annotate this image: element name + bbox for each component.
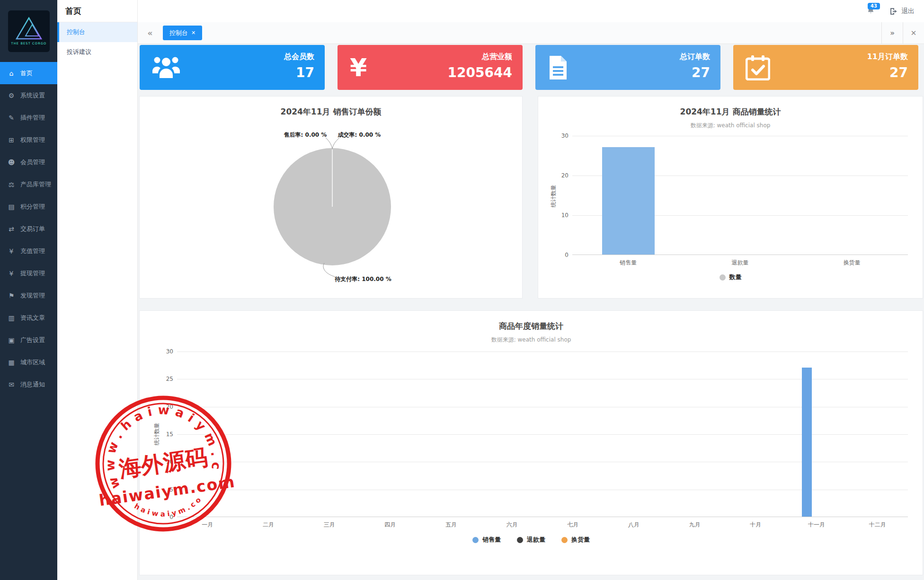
sidebar-item-discover[interactable]: ⚑发现管理: [0, 284, 57, 307]
x-axis-category: 十月: [729, 521, 782, 529]
year-sales-plot-area: 051015202530一月二月三月四月五月六月七月八月九月十月十一月十二月: [177, 352, 908, 517]
x-axis-category: 退款量: [714, 259, 766, 267]
ads-icon: ▣: [7, 336, 16, 344]
gridline: [177, 462, 908, 462]
sidebar-item-permission[interactable]: ⊞权限管理: [0, 129, 57, 151]
admin-dashboard: THE BEST CORGO ⌂首页⚙系统设置✎插件管理⊞权限管理☻会员管理⚖产…: [0, 0, 924, 580]
pie-callout-after-sale: 售后率: 0.00 %: [284, 131, 327, 139]
year-sales-chart-title: 商品年度销量统计: [140, 321, 923, 332]
x-axis-category: 四月: [364, 521, 416, 529]
year-sales-chart-panel: 商品年度销量统计 数据来源: weath official shop 统计数量 …: [139, 310, 923, 575]
sidebar-item-product[interactable]: ⚖产品库管理: [0, 173, 57, 195]
close-all-tabs-button[interactable]: ✕: [903, 22, 924, 44]
x-axis-category: 销售量: [602, 259, 654, 267]
scroll-tabs-left-button[interactable]: «: [137, 28, 163, 38]
sidebar-item-articles[interactable]: ▥资讯文章: [0, 307, 57, 329]
y-axis-tick: 30: [548, 132, 569, 139]
x-axis-category: 七月: [547, 521, 599, 529]
stat-card-value: 27: [889, 65, 908, 80]
brand-logo[interactable]: THE BEST CORGO: [0, 0, 57, 62]
month-sales-plot-area: 0102030销售量退款量换货量: [572, 136, 908, 255]
gridline: [572, 136, 908, 136]
users-group-icon: [152, 55, 180, 80]
sidebar-nav: ⌂首页⚙系统设置✎插件管理⊞权限管理☻会员管理⚖产品库管理▤积分管理⇄交易订单¥…: [0, 62, 57, 395]
product-icon: ⚖: [7, 181, 16, 188]
legend-item-销售量[interactable]: 销售量: [472, 536, 501, 544]
legend-item-数量[interactable]: 数量: [720, 273, 742, 281]
legend-dot-icon: [561, 537, 568, 543]
legend-label: 数量: [729, 273, 742, 281]
submenu-item[interactable]: 投诉建议: [57, 42, 137, 62]
logout-button[interactable]: 退出: [889, 7, 915, 16]
notifications-button[interactable]: 43: [867, 7, 876, 16]
pie-chart[interactable]: [274, 148, 391, 265]
x-axis-category: 二月: [242, 521, 294, 529]
tab-bar: « 控制台 ✕ » ✕: [137, 22, 924, 44]
stat-card-revenue[interactable]: ¥ 总营业额 1205644: [338, 45, 523, 90]
submenu-list: 控制台投诉建议: [57, 22, 137, 62]
stat-card-label: 总会员数: [284, 52, 314, 62]
stat-card-total-orders[interactable]: 总订单数 27: [535, 45, 720, 90]
x-axis-category: 三月: [303, 521, 355, 529]
sidebar-item-plugin[interactable]: ✎插件管理: [0, 106, 57, 129]
stat-card-month-orders[interactable]: 11月订单数 27: [733, 45, 918, 90]
x-axis-category: 十二月: [852, 521, 904, 529]
sidebar-item-label: 资讯文章: [20, 314, 45, 322]
withdraw-icon: ¥: [7, 270, 16, 277]
x-axis-category: 换货量: [826, 259, 878, 267]
gridline: [177, 379, 908, 379]
sidebar-item-recharge[interactable]: ¥充值管理: [0, 240, 57, 262]
gear-icon: ⚙: [7, 92, 16, 99]
tab-console[interactable]: 控制台 ✕: [163, 26, 202, 40]
articles-icon: ▥: [7, 314, 16, 322]
stat-card-label: 总订单数: [680, 52, 710, 62]
legend-item-换货量[interactable]: 换货量: [561, 536, 590, 544]
legend-dot-icon: [720, 274, 726, 281]
gridline: [177, 407, 908, 407]
x-axis-category: 一月: [181, 521, 233, 529]
sidebar-item-label: 首页: [20, 69, 33, 78]
sidebar-item-message[interactable]: ✉消息通知: [0, 373, 57, 395]
sidebar-item-orders[interactable]: ⇄交易订单: [0, 218, 57, 240]
sidebar-item-city[interactable]: ▦城市区域: [0, 351, 57, 373]
month-sales-chart-panel: 2024年11月 商品销量统计 数据来源: weath official sho…: [538, 96, 923, 299]
y-axis-tick: 30: [152, 348, 173, 355]
y-axis-tick: 10: [152, 458, 173, 465]
x-axis-line: [572, 255, 908, 255]
document-icon: [548, 55, 569, 80]
legend-label: 换货量: [571, 536, 590, 544]
pie-chart-panel: 2024年11月 销售订单份额 售后率: 0.00 % 成交率: 0.00 % …: [139, 96, 523, 299]
sidebar-item-members[interactable]: ☻会员管理: [0, 151, 57, 173]
sidebar: THE BEST CORGO ⌂首页⚙系统设置✎插件管理⊞权限管理☻会员管理⚖产…: [0, 0, 57, 580]
sidebar-item-home[interactable]: ⌂首页: [0, 62, 57, 84]
submenu-item[interactable]: 控制台: [57, 22, 137, 42]
sidebar-item-gear[interactable]: ⚙系统设置: [0, 84, 57, 106]
legend-item-退款量[interactable]: 退款量: [517, 536, 545, 544]
tab-close-icon[interactable]: ✕: [191, 30, 195, 36]
logout-label: 退出: [901, 7, 915, 16]
x-axis-category: 八月: [608, 521, 660, 529]
sidebar-item-label: 城市区域: [20, 358, 45, 367]
legend-dot-icon: [472, 537, 479, 543]
bar-销售量-十一月: [802, 368, 812, 517]
x-axis-category: 六月: [486, 521, 538, 529]
main-content: 总会员数 17 ¥ 总营业额 1205644 总订单数 27: [137, 44, 924, 580]
scroll-tabs-right-button[interactable]: »: [881, 22, 903, 44]
yuan-sign-icon: ¥: [350, 55, 367, 80]
sidebar-item-label: 消息通知: [20, 380, 45, 389]
x-axis-category: 九月: [669, 521, 721, 529]
stat-card-value: 17: [296, 65, 314, 80]
message-icon: ✉: [7, 381, 16, 388]
stat-card-members[interactable]: 总会员数 17: [140, 45, 325, 90]
sidebar-item-label: 交易订单: [20, 225, 45, 233]
y-axis-tick: 5: [152, 486, 173, 493]
stat-card-label: 11月订单数: [867, 52, 908, 62]
legend-label: 销售量: [482, 536, 501, 544]
sidebar-item-label: 充值管理: [20, 247, 45, 255]
sidebar-item-label: 积分管理: [20, 202, 45, 211]
recharge-icon: ¥: [7, 247, 16, 255]
sidebar-item-ads[interactable]: ▣广告设置: [0, 329, 57, 351]
sidebar-item-points[interactable]: ▤积分管理: [0, 195, 57, 218]
sidebar-item-withdraw[interactable]: ¥提现管理: [0, 262, 57, 284]
y-axis-tick: 10: [548, 212, 569, 219]
